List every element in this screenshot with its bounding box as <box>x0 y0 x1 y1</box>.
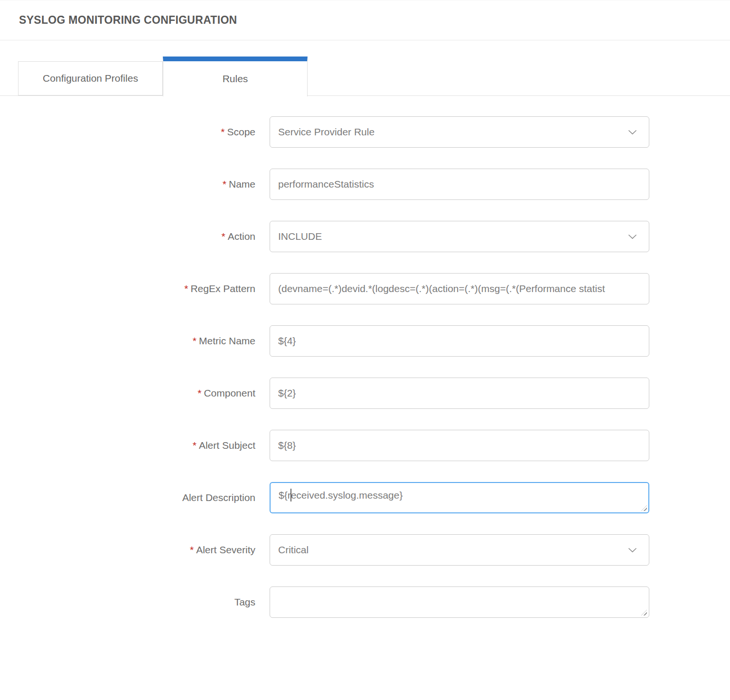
field-row-regex-pattern: *RegEx Pattern <box>0 273 730 304</box>
component-input[interactable] <box>270 378 649 409</box>
chevron-down-icon <box>628 548 637 553</box>
alert-subject-label: *Alert Subject <box>0 439 255 451</box>
required-asterisk: * <box>184 283 188 294</box>
required-asterisk: * <box>223 179 226 189</box>
field-row-metric-name: *Metric Name <box>0 325 730 357</box>
alert-severity-label: *Alert Severity <box>0 544 255 556</box>
required-asterisk: * <box>193 335 197 346</box>
required-asterisk: * <box>221 231 225 242</box>
tab-label: Rules <box>223 73 248 85</box>
field-row-tags: Tags <box>0 586 730 618</box>
field-row-scope: *Scope Service Provider Rule <box>0 116 730 148</box>
alert-subject-input[interactable] <box>270 430 649 461</box>
tab-rules[interactable]: Rules <box>163 57 308 96</box>
tab-bar-divider <box>0 95 730 96</box>
page-header: SYSLOG MONITORING CONFIGURATION <box>0 0 730 40</box>
tab-configuration-profiles[interactable]: Configuration Profiles <box>18 61 163 95</box>
metric-name-input[interactable] <box>270 325 649 357</box>
alert-severity-value: Critical <box>278 544 309 556</box>
field-row-alert-severity: *Alert Severity Critical <box>0 534 730 566</box>
syslog-monitoring-page: SYSLOG MONITORING CONFIGURATION Configur… <box>0 0 730 700</box>
action-select[interactable]: INCLUDE <box>270 221 649 252</box>
chevron-down-icon <box>628 234 637 239</box>
metric-name-label: *Metric Name <box>0 335 255 347</box>
tags-textarea[interactable] <box>270 586 649 618</box>
regex-pattern-label: *RegEx Pattern <box>0 283 255 294</box>
component-label: *Component <box>0 387 255 399</box>
action-label: *Action <box>0 230 255 242</box>
field-row-alert-description: Alert Description ${received.syslog.mess… <box>0 482 730 513</box>
required-asterisk: * <box>221 126 225 137</box>
tags-label: Tags <box>0 596 255 608</box>
required-asterisk: * <box>190 544 194 555</box>
field-row-component: *Component <box>0 378 730 409</box>
tab-label: Configuration Profiles <box>43 73 138 84</box>
field-row-name: *Name <box>0 169 730 200</box>
action-value: INCLUDE <box>278 231 322 242</box>
regex-pattern-input[interactable] <box>270 273 649 304</box>
scope-value: Service Provider Rule <box>278 126 374 138</box>
name-input[interactable] <box>270 169 649 200</box>
chevron-down-icon <box>628 130 637 135</box>
scope-select[interactable]: Service Provider Rule <box>270 116 649 148</box>
alert-severity-select[interactable]: Critical <box>270 534 649 566</box>
required-asterisk: * <box>197 388 201 398</box>
scope-label: *Scope <box>0 126 255 138</box>
rule-form: *Scope Service Provider Rule *Name *Acti… <box>0 116 730 618</box>
tab-bar: Configuration Profiles Rules <box>0 40 730 96</box>
alert-description-label: Alert Description <box>0 492 255 503</box>
name-label: *Name <box>0 178 255 190</box>
required-asterisk: * <box>193 440 197 451</box>
field-row-alert-subject: *Alert Subject <box>0 430 730 461</box>
alert-description-textarea[interactable]: ${received.syslog.message} <box>270 482 649 513</box>
field-row-action: *Action INCLUDE <box>0 221 730 252</box>
page-title: SYSLOG MONITORING CONFIGURATION <box>19 14 237 27</box>
